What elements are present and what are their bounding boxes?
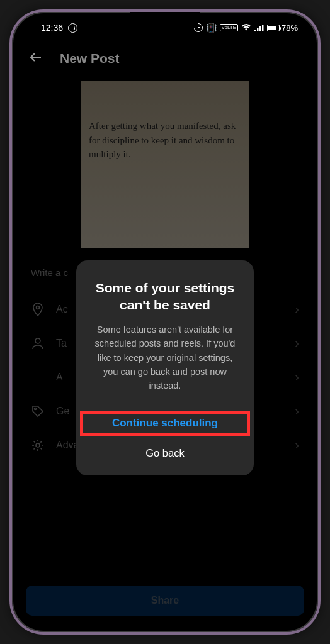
svg-rect-0 [254,30,256,31]
lte-icon: VoLTE [220,24,238,31]
wifi-icon [241,24,251,31]
continue-scheduling-button[interactable]: Continue scheduling [89,408,241,438]
page-title: New Post [60,51,120,66]
notch [130,12,200,30]
svg-rect-3 [262,25,264,31]
volume-up-button [9,150,12,191]
whatsapp-icon [68,23,77,33]
phone-frame: 12:36 📳 VoLTE 78% [9,9,321,635]
dialog-body: Some features aren't available for sched… [89,323,241,393]
battery-percentage: 78% [282,23,298,33]
go-back-button[interactable]: Go back [89,438,241,462]
status-time: 12:36 [41,23,63,33]
signal-icon [254,25,264,31]
power-button [318,150,321,207]
battery-icon: 78% [267,23,298,33]
vibrate-icon: 📳 [206,23,217,33]
volume-down-button [9,201,12,241]
dialog-primary-label: Continue scheduling [112,417,218,429]
back-arrow-icon[interactable] [28,50,43,67]
svg-rect-2 [259,26,261,31]
header: New Post [16,40,314,77]
svg-rect-1 [257,28,259,31]
screen: 12:36 📳 VoLTE 78% [16,16,314,628]
warning-dialog: Some of your settings can't be saved Som… [76,260,254,475]
dialog-title: Some of your settings can't be saved [89,279,241,314]
dialog-secondary-label: Go back [145,447,184,458]
side-button [9,106,12,131]
